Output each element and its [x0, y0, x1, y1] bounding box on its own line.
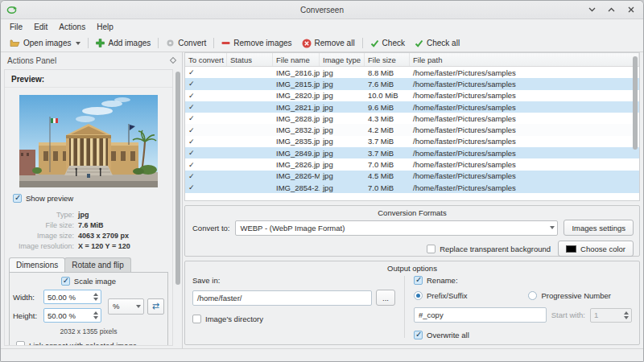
menu-edit[interactable]: Edit	[28, 21, 53, 33]
gear-icon	[166, 39, 175, 47]
row-check-icon[interactable]: ✓	[185, 114, 227, 122]
actions-panel-titlebar[interactable]: Actions Panel	[1, 52, 182, 68]
pixels-summary: 2032 x 1355 pixels	[13, 327, 164, 335]
table-row[interactable]: ✓ IMG_2854-2.j... jpg 7.0 MiB /home/fast…	[185, 182, 639, 193]
tab-dimensions[interactable]: Dimensions	[9, 257, 65, 272]
table-row[interactable]: ✓ IMG_2835.jpg jpg 3.7 MiB /home/faster/…	[185, 136, 639, 147]
check-button[interactable]: Check	[365, 37, 410, 49]
folder-open-icon	[10, 39, 20, 47]
table-scrollbar[interactable]	[633, 55, 638, 199]
spin-arrows-icon[interactable]	[93, 309, 98, 322]
image-info: Type: jpg File size: 7.6 MiB Image size:…	[5, 211, 172, 250]
float-panel-icon[interactable]	[170, 57, 176, 64]
panel-scrollbar[interactable]	[175, 70, 180, 345]
browse-button[interactable]: ...	[376, 290, 395, 306]
replace-transparent-checkbox[interactable]: Replace transparent background	[427, 245, 551, 253]
row-file-path: /home/faster/Pictures/samples	[410, 125, 639, 134]
row-check-icon[interactable]: ✓	[185, 161, 227, 169]
toolbar-separator	[158, 38, 159, 48]
start-with-spinbox[interactable]: 1	[590, 308, 632, 323]
table-row[interactable]: ✓ IMG_2826-M... jpg 4.5 MiB /home/faster…	[185, 171, 639, 182]
table-row[interactable]: ✓ IMG_2821.jpg jpg 9.6 MiB /home/faster/…	[185, 101, 639, 113]
spin-arrows-icon[interactable]	[93, 290, 98, 303]
conversion-formats-group: Conversion Formats Convert to: WEBP - (W…	[184, 205, 640, 257]
row-file-size: 4.3 MiB	[365, 114, 410, 123]
checkbox-box	[414, 276, 423, 285]
progressive-number-radio[interactable]: Progressive Number	[528, 291, 611, 300]
remove-images-button[interactable]: Remove images	[217, 37, 296, 49]
circle-x-icon	[302, 39, 312, 48]
menu-help[interactable]: Help	[91, 21, 119, 33]
info-filesize-label: File size:	[5, 221, 74, 229]
titlebar[interactable]: Converseen	[1, 1, 643, 19]
row-check-icon[interactable]: ✓	[185, 92, 227, 100]
show-preview-checkbox[interactable]: Show preview	[13, 194, 172, 203]
info-imagesize-label: Image size:	[5, 232, 74, 240]
overwrite-all-checkbox[interactable]: Overwrite all	[414, 331, 632, 339]
row-check-icon[interactable]: ✓	[185, 68, 227, 76]
tab-rotate-and-flip[interactable]: Rotate and flip	[64, 257, 131, 272]
info-type-label: Type:	[5, 211, 74, 219]
col-file-path[interactable]: File path	[410, 53, 639, 66]
table-row[interactable]: ✓ IMG_2828.jpg jpg 4.3 MiB /home/faster/…	[185, 113, 639, 124]
table-row[interactable]: ✓ IMG_2826.jpg jpg 7.0 MiB /home/faster/…	[185, 158, 639, 170]
row-file-path: /home/faster/Pictures/samples	[410, 183, 639, 192]
remove-all-button[interactable]: Remove all	[297, 37, 360, 50]
save-in-label: Save in:	[192, 276, 395, 285]
checkbox-box	[427, 245, 436, 253]
convert-to-select[interactable]: WEBP - (WebP Image Format)	[235, 220, 558, 236]
table-row[interactable]: ✓ IMG_2815.jpg jpg 7.6 MiB /home/faster/…	[185, 78, 639, 89]
rename-pattern-input[interactable]: #_copy	[414, 307, 547, 323]
add-images-button[interactable]: Add images	[91, 37, 155, 49]
row-check-icon[interactable]: ✓	[185, 80, 227, 88]
col-to-convert[interactable]: To convert	[185, 53, 227, 66]
swap-dimensions-button[interactable]: ⇄	[147, 298, 164, 315]
row-check-icon[interactable]: ✓	[185, 103, 227, 111]
col-file-size[interactable]: File size	[365, 53, 410, 66]
table-row[interactable]: ✓ IMG_2832.jpg jpg 4.2 MiB /home/faster/…	[185, 124, 639, 135]
save-in-input[interactable]: /home/faster/	[192, 290, 372, 306]
row-image-type: jpg	[320, 103, 365, 112]
plus-icon	[96, 39, 105, 47]
scrollbar-thumb[interactable]	[175, 72, 180, 285]
width-spinbox[interactable]: 50.00 %	[43, 290, 101, 304]
check-all-button[interactable]: Check all	[410, 37, 464, 49]
scrollbar-thumb[interactable]	[633, 56, 638, 150]
col-file-name[interactable]: File name	[273, 53, 320, 66]
link-aspect-checkbox[interactable]: Link aspect with selected image	[16, 341, 164, 346]
rename-checkbox[interactable]: Rename:	[414, 276, 632, 285]
height-label: Height:	[13, 311, 40, 320]
height-spinbox[interactable]: 50.00 %	[43, 308, 101, 323]
table-row[interactable]: ✓ IMG_2849.jpg jpg 3.7 MiB /home/faster/…	[185, 147, 639, 158]
table-row[interactable]: ✓ IMG_2820.jpg jpg 10.0 MiB /home/faster…	[185, 90, 639, 101]
convert-button[interactable]: Convert	[161, 37, 211, 49]
row-check-icon[interactable]: ✓	[185, 126, 227, 134]
maximize-button[interactable]	[607, 6, 616, 14]
spin-arrows-icon	[624, 309, 629, 322]
choose-color-button[interactable]: Choose color	[558, 241, 634, 257]
row-check-icon[interactable]: ✓	[185, 172, 227, 180]
row-check-icon[interactable]: ✓	[185, 149, 227, 157]
start-with-label: Start with:	[551, 311, 585, 319]
table-row[interactable]: ✓ IMG_2816.jpg jpg 8.8 MiB /home/faster/…	[185, 67, 639, 78]
menu-file[interactable]: File	[4, 21, 28, 33]
images-settings-button[interactable]: Images settings	[564, 220, 634, 236]
close-button[interactable]	[626, 6, 635, 14]
col-status[interactable]: Status	[227, 53, 273, 66]
open-images-button[interactable]: Open images	[5, 37, 85, 49]
check-icon	[370, 39, 379, 47]
unit-select[interactable]: %	[108, 298, 144, 315]
minimize-button[interactable]	[588, 6, 597, 14]
row-check-icon[interactable]: ✓	[185, 138, 227, 146]
scale-image-checkbox[interactable]: Scale image	[61, 277, 116, 286]
row-file-name: IMG_2815.jpg	[273, 80, 320, 88]
images-directory-checkbox[interactable]: Image's directory	[192, 315, 395, 323]
row-check-icon[interactable]: ✓	[185, 183, 227, 191]
row-file-size: 7.0 MiB	[365, 160, 410, 169]
output-options-title: Output options	[185, 261, 639, 273]
menu-actions[interactable]: Actions	[53, 21, 91, 33]
row-file-name: IMG_2828.jpg	[273, 114, 320, 123]
row-file-size: 3.7 MiB	[365, 137, 410, 146]
col-image-type[interactable]: Image type	[320, 53, 365, 66]
prefix-suffix-radio[interactable]: Prefix/Suffix	[414, 291, 468, 300]
